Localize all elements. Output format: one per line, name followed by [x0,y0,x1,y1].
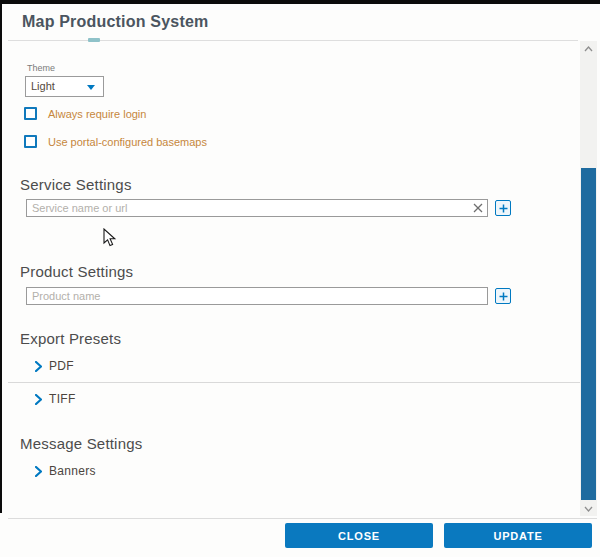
chevron-right-icon [35,466,42,477]
map-production-system-dialog: Map Production System Theme Light Always… [0,0,600,557]
clear-service-input-button[interactable] [471,201,485,215]
export-preset-pdf-row[interactable]: PDF [35,359,74,373]
chevron-right-icon [35,394,42,405]
plus-icon [499,204,508,213]
screen-edge-top [0,0,600,4]
message-settings-heading: Message Settings [20,435,142,452]
service-settings-heading: Service Settings [20,176,132,193]
export-preset-tiff-row[interactable]: TIFF [35,392,76,406]
service-name-input[interactable] [26,199,488,217]
use-portal-basemaps-checkbox[interactable] [24,135,37,148]
footer-divider [8,518,597,519]
scrollbar-thumb[interactable] [581,168,596,500]
always-require-login-checkbox[interactable] [24,107,37,120]
message-setting-label: Banners [49,464,96,478]
theme-dropdown[interactable]: Light [25,76,104,97]
product-name-input[interactable] [26,287,488,305]
scroll-up-icon [584,46,593,52]
update-button[interactable]: UPDATE [444,523,592,548]
product-settings-heading: Product Settings [20,263,133,280]
chevron-right-icon [35,361,42,372]
mouse-cursor [103,228,117,247]
close-button[interactable]: CLOSE [285,523,433,548]
theme-selected-value: Light [31,80,55,92]
caret-down-icon [87,85,95,90]
scrolled-content-fragment [88,38,100,42]
export-presets-heading: Export Presets [20,330,121,347]
scroll-up-button[interactable] [580,42,597,55]
scroll-down-icon [584,506,593,512]
vertical-scrollbar[interactable] [580,41,597,516]
export-preset-label: PDF [49,359,74,373]
checkbox-label: Always require login [48,108,146,120]
theme-label: Theme [27,63,55,73]
screen-edge-left [0,0,2,513]
export-preset-label: TIFF [49,392,76,406]
plus-icon [499,292,508,301]
scroll-down-button[interactable] [580,502,597,515]
message-banners-row[interactable]: Banners [35,464,96,478]
add-service-button[interactable] [495,200,511,216]
page-title: Map Production System [22,13,208,31]
preset-row-divider [8,382,580,383]
checkbox-label: Use portal-configured basemaps [48,136,207,148]
clear-icon [473,203,483,213]
add-product-button[interactable] [495,288,511,304]
